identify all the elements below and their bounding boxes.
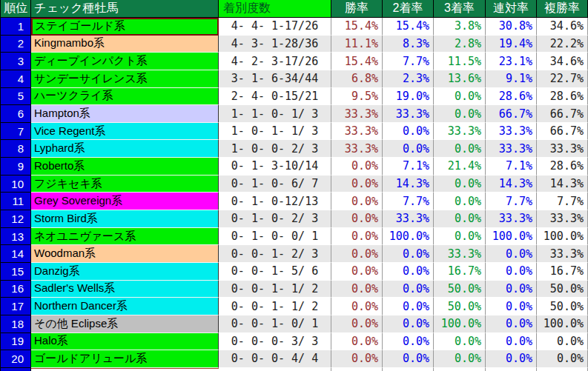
third-rate-cell: 33.3% <box>434 245 486 263</box>
quinella-rate-cell: 0.0% <box>486 281 537 298</box>
sire-name-cell[interactable]: Roberto系 <box>31 158 219 176</box>
sire-name-cell[interactable]: Sadler's Wells系 <box>31 281 219 298</box>
rank-cell: 8 <box>0 140 31 158</box>
sire-stats-table: 順位 チェック種牡馬 着別度数 勝率 2着率 3着率 連対率 複勝率 1ステイゴ… <box>0 0 588 371</box>
sire-name-cell[interactable]: フジキセキ系 <box>31 176 219 193</box>
rank-cell: 3 <box>0 53 31 70</box>
win-rate-cell: 9.5% <box>331 88 383 106</box>
sire-name-cell[interactable]: サンデーサイレンス系 <box>31 70 219 88</box>
win-rate-cell: 0.0% <box>331 281 383 298</box>
header-record[interactable]: 着別度数 <box>219 0 331 18</box>
table-row: 1ステイゴールド系4- 4- 1-17/2615.4%15.4%3.8%30.8… <box>0 18 588 36</box>
quinella-rate-cell: 9.1% <box>486 70 537 88</box>
header-second-rate[interactable]: 2着率 <box>383 0 434 18</box>
sire-name-cell[interactable]: ステイゴールド系 <box>31 18 219 36</box>
sire-name-cell[interactable]: Grey Sovereign系 <box>31 193 219 210</box>
sire-name-cell[interactable]: ネオユニヴァース系 <box>31 228 219 246</box>
show-rate-cell: 34.6% <box>537 53 588 70</box>
record-cell: 4- 2- 3-17/26 <box>219 53 331 70</box>
quinella-rate-cell: 7.1% <box>486 158 537 176</box>
record-cell: 0- 1- 0- 6/ 7 <box>219 176 331 193</box>
rank-cell: 18 <box>0 315 31 333</box>
show-rate-cell: 0.0% <box>537 350 588 368</box>
show-rate-cell: 28.6% <box>537 158 588 176</box>
third-rate-cell: 13.6% <box>434 70 486 88</box>
third-rate-cell: 0.0% <box>434 228 486 246</box>
show-rate-cell: 50.0% <box>537 298 588 315</box>
third-rate-cell: 16.7% <box>434 263 486 281</box>
show-rate-cell: 33.3% <box>537 245 588 263</box>
sire-name-cell[interactable]: Vice Regent系 <box>31 123 219 141</box>
show-rate-cell: 66.7% <box>537 123 588 141</box>
show-rate-cell: 0.0% <box>537 333 588 351</box>
third-rate-cell: 11.5% <box>434 53 486 70</box>
third-rate-cell: 50.0% <box>434 281 486 298</box>
second-rate-cell: 0.0% <box>383 140 434 158</box>
second-rate-cell: 33.3% <box>383 105 434 123</box>
record-cell: 4- 4- 1-17/26 <box>219 18 331 36</box>
win-rate-cell: 0.0% <box>331 176 383 193</box>
table-row: 8Lyphard系1- 0- 0- 2/ 333.3%0.0%0.0%33.3%… <box>0 140 588 158</box>
sire-name-cell[interactable]: Hampton系 <box>31 105 219 123</box>
sire-name-cell[interactable]: Northern Dancer系 <box>31 298 219 315</box>
partial-cell <box>383 368 434 371</box>
sire-name-cell[interactable]: Storm Bird系 <box>31 210 219 228</box>
sire-name-cell[interactable]: Lyphard系 <box>31 140 219 158</box>
third-rate-cell: 0.0% <box>434 176 486 193</box>
partial-name-cell <box>31 368 219 371</box>
sire-name-cell[interactable]: Kingmambo系 <box>31 36 219 53</box>
record-cell: 0- 0- 1- 1/ 2 <box>219 298 331 315</box>
second-rate-cell: 0.0% <box>383 263 434 281</box>
record-cell: 0- 0- 1- 5/ 6 <box>219 263 331 281</box>
sire-name-cell[interactable]: ハーツクライ系 <box>31 88 219 106</box>
sire-name-cell[interactable]: ディープインパクト系 <box>31 53 219 70</box>
header-quinella-rate[interactable]: 連対率 <box>486 0 537 18</box>
sire-name-cell[interactable]: その他 Eclipse系 <box>31 315 219 333</box>
header-third-rate[interactable]: 3着率 <box>434 0 486 18</box>
quinella-rate-cell: 28.6% <box>486 88 537 106</box>
quinella-rate-cell: 0.0% <box>486 350 537 368</box>
quinella-rate-cell: 0.0% <box>486 333 537 351</box>
header-rank[interactable]: 順位 <box>0 0 31 18</box>
quinella-rate-cell: 33.3% <box>486 210 537 228</box>
header-sire-name[interactable]: チェック種牡馬 <box>31 0 219 18</box>
third-rate-cell: 0.0% <box>434 350 486 368</box>
third-rate-cell: 2.8% <box>434 36 486 53</box>
second-rate-cell: 0.0% <box>383 315 434 333</box>
quinella-rate-cell: 7.7% <box>486 193 537 210</box>
header-win-rate[interactable]: 勝率 <box>331 0 383 18</box>
rank-cell: 1 <box>0 18 31 36</box>
third-rate-cell: 21.4% <box>434 158 486 176</box>
sire-name-cell[interactable]: Woodman系 <box>31 245 219 263</box>
second-rate-cell: 0.0% <box>383 298 434 315</box>
table-row: 19Halo系0- 0- 0- 3/ 30.0%0.0%0.0%0.0%0.0% <box>0 333 588 351</box>
header-show-rate[interactable]: 複勝率 <box>537 0 588 18</box>
quinella-rate-cell: 30.8% <box>486 18 537 36</box>
second-rate-cell: 8.3% <box>383 36 434 53</box>
table-row: 18その他 Eclipse系0- 0- 1- 0/ 10.0%0.0%100.0… <box>0 315 588 333</box>
table-row: 3ディープインパクト系4- 2- 3-17/2615.4%7.7%11.5%23… <box>0 53 588 70</box>
sire-name-cell[interactable]: Danzig系 <box>31 263 219 281</box>
sire-name-cell[interactable]: ゴールドアリュール系 <box>31 350 219 368</box>
third-rate-cell: 0.0% <box>434 140 486 158</box>
win-rate-cell: 0.0% <box>331 263 383 281</box>
win-rate-cell: 0.0% <box>331 245 383 263</box>
record-cell: 2- 4- 0-15/21 <box>219 88 331 106</box>
quinella-rate-cell: 14.3% <box>486 176 537 193</box>
rank-cell: 7 <box>0 123 31 141</box>
win-rate-cell: 0.0% <box>331 298 383 315</box>
second-rate-cell: 7.7% <box>383 53 434 70</box>
second-rate-cell: 0.0% <box>383 350 434 368</box>
win-rate-cell: 0.0% <box>331 210 383 228</box>
record-cell: 4- 3- 1-28/36 <box>219 36 331 53</box>
rank-cell: 16 <box>0 281 31 298</box>
table-row: 13ネオユニヴァース系0- 1- 0- 0/ 10.0%100.0%0.0%10… <box>0 228 588 246</box>
show-rate-cell: 14.3% <box>537 176 588 193</box>
sire-name-cell[interactable]: Halo系 <box>31 333 219 351</box>
second-rate-cell: 0.0% <box>383 281 434 298</box>
record-cell: 1- 1- 0- 1/ 3 <box>219 105 331 123</box>
record-cell: 0- 1- 3-10/14 <box>219 158 331 176</box>
quinella-rate-cell: 33.3% <box>486 140 537 158</box>
rank-cell: 10 <box>0 176 31 193</box>
show-rate-cell: 22.7% <box>537 70 588 88</box>
